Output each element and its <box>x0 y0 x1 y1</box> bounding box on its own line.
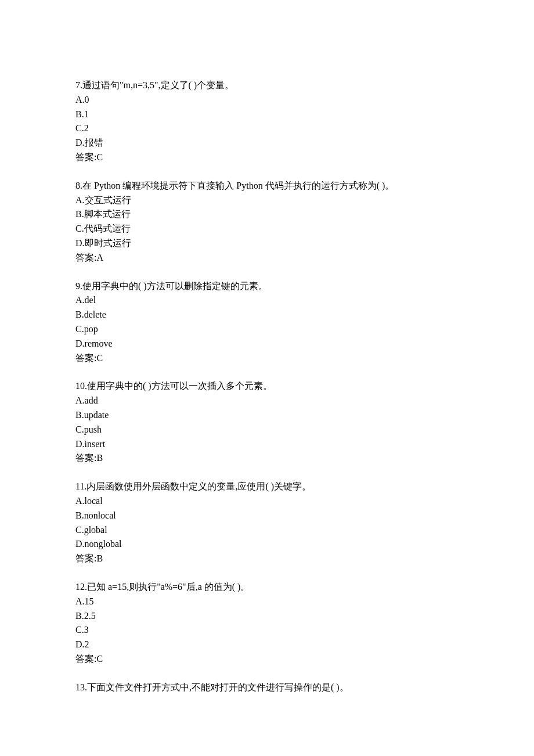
question-stem-text: 通过语句"m,n=3,5",定义了( )个变量。 <box>82 80 234 90</box>
answer: 答案:C <box>75 150 459 165</box>
option-d: D.报错 <box>75 136 459 150</box>
option-c: C.pop <box>75 322 459 337</box>
option-a: A.add <box>75 394 459 408</box>
question-stem: 9.使用字典中的( )方法可以删除指定键的元素。 <box>75 279 459 294</box>
question-number: 12 <box>75 582 85 592</box>
option-d: D.即时式运行 <box>75 236 459 251</box>
option-b: B.2.5 <box>75 609 459 624</box>
answer: 答案:B <box>75 552 459 566</box>
question-stem: 11.内层函数使用外层函数中定义的变量,应使用( )关键字。 <box>75 480 459 494</box>
question-stem: 8.在 Python 编程环境提示符下直接输入 Python 代码并执行的运行方… <box>75 179 459 193</box>
question-11: 11.内层函数使用外层函数中定义的变量,应使用( )关键字。 A.local B… <box>75 480 459 566</box>
option-c: C.push <box>75 423 459 437</box>
question-9: 9.使用字典中的( )方法可以删除指定键的元素。 A.del B.delete … <box>75 279 459 366</box>
option-c: C.2 <box>75 121 459 136</box>
question-10: 10.使用字典中的( )方法可以一次插入多个元素。 A.add B.update… <box>75 379 459 466</box>
option-b: B.update <box>75 408 459 423</box>
question-stem-text: 下面文件文件打开方式中,不能对打开的文件进行写操作的是( )。 <box>87 682 349 692</box>
option-d: D.nonglobal <box>75 537 459 552</box>
question-number: 11 <box>75 481 84 491</box>
question-stem: 10.使用字典中的( )方法可以一次插入多个元素。 <box>75 379 459 394</box>
question-stem: 7.通过语句"m,n=3,5",定义了( )个变量。 <box>75 78 459 93</box>
document-page: 7.通过语句"m,n=3,5",定义了( )个变量。 A.0 B.1 C.2 D… <box>0 0 534 756</box>
answer: 答案:C <box>75 652 459 667</box>
question-stem-text: 内层函数使用外层函数中定义的变量,应使用( )关键字。 <box>86 481 311 491</box>
option-b: B.1 <box>75 107 459 122</box>
question-stem-text: 在 Python 编程环境提示符下直接输入 Python 代码并执行的运行方式称… <box>82 181 394 190</box>
question-stem-text: 使用字典中的( )方法可以一次插入多个元素。 <box>87 381 272 391</box>
option-a: A.0 <box>75 93 459 107</box>
question-stem: 12.已知 a=15,则执行"a%=6"后,a 的值为( )。 <box>75 580 459 595</box>
option-d: D.2 <box>75 638 459 652</box>
question-stem-text: 使用字典中的( )方法可以删除指定键的元素。 <box>82 281 268 291</box>
option-b: B.脚本式运行 <box>75 207 459 222</box>
question-8: 8.在 Python 编程环境提示符下直接输入 Python 代码并执行的运行方… <box>75 179 459 265</box>
option-d: D.remove <box>75 337 459 351</box>
question-stem: 13.下面文件文件打开方式中,不能对打开的文件进行写操作的是( )。 <box>75 681 459 695</box>
option-c: C.代码式运行 <box>75 222 459 236</box>
question-number: 13 <box>75 682 85 692</box>
option-a: A.local <box>75 494 459 509</box>
question-number: 7 <box>75 80 80 90</box>
option-d: D.insert <box>75 437 459 452</box>
option-c: C.3 <box>75 623 459 638</box>
option-c: C.global <box>75 523 459 538</box>
question-7: 7.通过语句"m,n=3,5",定义了( )个变量。 A.0 B.1 C.2 D… <box>75 78 459 165</box>
question-12: 12.已知 a=15,则执行"a%=6"后,a 的值为( )。 A.15 B.2… <box>75 580 459 667</box>
option-b: B.delete <box>75 308 459 322</box>
option-b: B.nonlocal <box>75 509 459 523</box>
question-number: 9 <box>75 281 80 291</box>
option-a: A.del <box>75 293 459 308</box>
answer: 答案:A <box>75 251 459 265</box>
answer: 答案:C <box>75 351 459 366</box>
question-number: 8 <box>75 181 80 190</box>
question-13: 13.下面文件文件打开方式中,不能对打开的文件进行写操作的是( )。 <box>75 681 459 695</box>
question-number: 10 <box>75 381 85 391</box>
question-stem-text: 已知 a=15,则执行"a%=6"后,a 的值为( )。 <box>87 582 250 592</box>
option-a: A.交互式运行 <box>75 193 459 208</box>
option-a: A.15 <box>75 595 459 609</box>
answer: 答案:B <box>75 451 459 466</box>
